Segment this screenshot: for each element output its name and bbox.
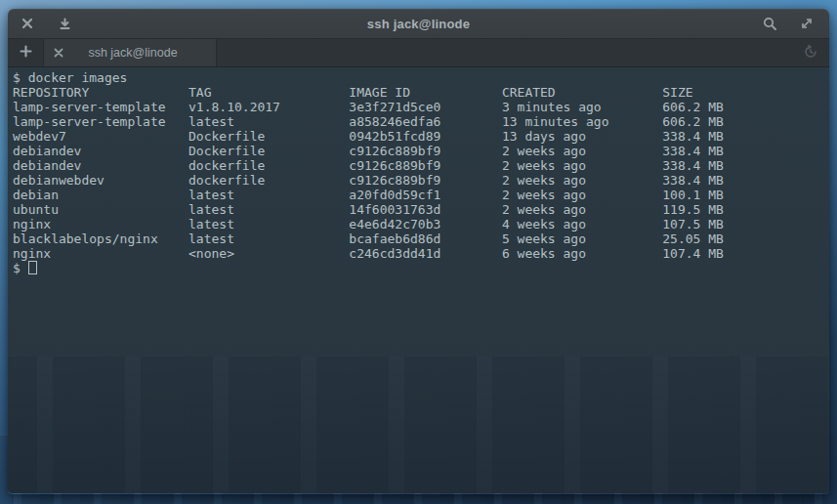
terminal-screen[interactable]: $ docker imagesREPOSITORY TAG IMAGE ID C… — [8, 67, 829, 493]
desktop-wallpaper: ssh jack@linode — [0, 0, 837, 504]
history-icon — [803, 44, 818, 63]
download-button[interactable] — [57, 16, 72, 31]
window-titlebar[interactable]: ssh jack@linode — [8, 9, 829, 39]
terminal-table-row: debianwebdev dockerfile c9126c889bf9 2 w… — [13, 173, 829, 188]
new-tab-button[interactable] — [8, 39, 44, 66]
tab-close-button[interactable] — [52, 46, 65, 60]
tabbar-spacer — [217, 39, 802, 66]
maximize-icon — [800, 17, 814, 30]
tab-label: ssh jack@linode — [65, 46, 210, 60]
close-icon — [21, 18, 33, 29]
terminal-table-header: REPOSITORY TAG IMAGE ID CREATED SIZE — [13, 85, 829, 100]
terminal-prompt-line: $ — [13, 261, 829, 275]
terminal-command-line: $ docker images — [13, 70, 829, 85]
titlebar-right-controls — [762, 16, 817, 31]
tab-ssh-session[interactable]: ssh jack@linode — [44, 39, 217, 66]
x-icon — [54, 46, 63, 61]
close-window-button[interactable] — [20, 16, 35, 31]
terminal-table-row: lamp-server-template v1.8.10.2017 3e3f27… — [13, 100, 829, 114]
terminal-table-row: nginx <none> c246cd3dd41d 6 weeks ago 10… — [13, 246, 829, 261]
history-button[interactable] — [802, 44, 819, 62]
terminal-table-row: nginx latest e4e6d42c70b3 4 weeks ago 10… — [13, 217, 829, 231]
terminal-table-row: debian latest a20fd0d59cf1 2 weeks ago 1… — [13, 188, 829, 202]
terminal-table-row: debiandev dockerfile c9126c889bf9 2 week… — [13, 158, 829, 173]
window-title: ssh jack@linode — [8, 17, 829, 31]
tab-bar: ssh jack@linode — [8, 39, 829, 67]
plus-icon — [20, 45, 32, 61]
terminal-table-row: lamp-server-template latest a858246edfa6… — [13, 114, 829, 129]
titlebar-left-controls — [20, 16, 72, 31]
terminal-cursor — [28, 261, 37, 274]
terminal-table-row: blacklabelops/nginx latest bcafaeb6d86d … — [13, 231, 829, 246]
terminal-output: $ docker imagesREPOSITORY TAG IMAGE ID C… — [13, 70, 829, 275]
terminal-table-row: ubuntu latest 14f60031763d 2 weeks ago 1… — [13, 202, 829, 217]
terminal-window: ssh jack@linode — [8, 9, 829, 494]
search-icon — [763, 17, 777, 31]
search-button[interactable] — [762, 16, 777, 31]
download-icon — [59, 18, 71, 30]
terminal-table-row: webdev7 Dockerfile 0942b51fcd89 13 days … — [13, 129, 829, 144]
maximize-button[interactable] — [799, 16, 815, 31]
terminal-table-row: debiandev Dockerfile c9126c889bf9 2 week… — [13, 144, 829, 158]
